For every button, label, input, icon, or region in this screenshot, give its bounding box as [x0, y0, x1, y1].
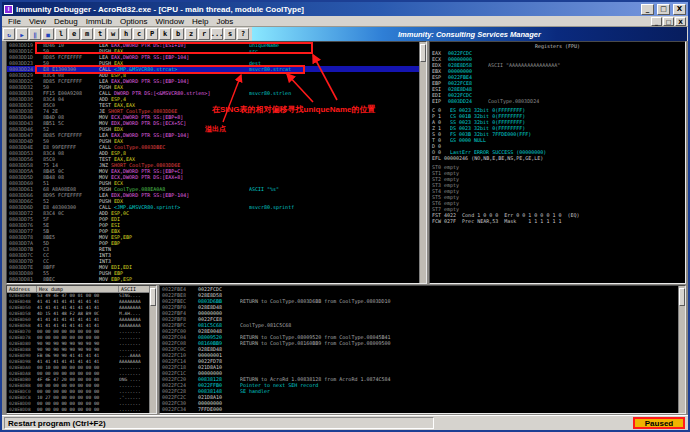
immunity-banner: Immunity: Consulting Services Manager: [252, 27, 687, 41]
close-button[interactable]: X: [673, 4, 686, 15]
toolbar-button-r[interactable]: r: [198, 28, 210, 40]
toolbar-button-P[interactable]: P: [146, 28, 158, 40]
disasm-comment: [249, 282, 426, 284]
toolbar-icon-group: ↻▶‖■: [3, 28, 54, 40]
menu-item-immlib[interactable]: ImmLib: [82, 17, 116, 26]
menu-item-jobs[interactable]: Jobs: [212, 17, 237, 26]
disasm-address: 0803DD83: [7, 282, 43, 284]
toolbar-button-c[interactable]: c: [133, 28, 145, 40]
cpu-window: 0803DD198D46 10LEA EAX,DWORD PTR DS:[ESI…: [2, 41, 688, 415]
status-message: Restart program (Ctrl+F2): [4, 417, 434, 429]
disasm-instruction: SUB ESP,104: [99, 282, 249, 284]
toolbar-button-m[interactable]: m: [81, 28, 93, 40]
stack-pane: 0022FBE40022FCDC0022FBE8028E8D580022FBEC…: [159, 285, 686, 414]
toolbar-button-w[interactable]: w: [107, 28, 119, 40]
register-rows: EAX0022FCDCECX00000000EDX028E8D58ASCII "…: [430, 50, 685, 224]
menu-item-options[interactable]: Options: [116, 17, 152, 26]
menu-item-file[interactable]: File: [4, 17, 25, 26]
toolbar-icon-button-0[interactable]: ↻: [3, 28, 15, 40]
toolbar-icon-button-3[interactable]: ■: [42, 28, 54, 40]
toolbar-letter-group: lemtwhcPkbzr...s?: [55, 28, 249, 40]
stack-address: 0022FC34: [160, 406, 198, 412]
toolbar-button-l[interactable]: l: [55, 28, 67, 40]
dump-address: 028E8DD8: [7, 407, 37, 413]
register-value: 0803DD24: [448, 98, 488, 104]
memory-dump-pane: AddressHex dumpASCII 028E8D4053 49 4E 47…: [6, 285, 157, 414]
menu-item-window[interactable]: Window: [151, 17, 187, 26]
paused-indicator: Paused: [633, 417, 685, 429]
menu-item-help[interactable]: Help: [188, 17, 212, 26]
toolbar-button-s[interactable]: s: [224, 28, 236, 40]
dump-hex: 00 00 00 00 00 00 00 00: [37, 407, 119, 413]
stack-comment: [240, 406, 685, 412]
registers-title: Registers (FPU): [430, 42, 685, 50]
status-bar: Restart program (Ctrl+F2) Paused: [2, 415, 688, 430]
window-title: Immunity Debugger - AcroRd32.exe - [CPU …: [16, 5, 638, 14]
register-extra: CoolType.0803DD24: [488, 98, 685, 104]
dump-header-hex-dump: Hex dump: [37, 286, 119, 292]
maximize-button[interactable]: □: [657, 4, 670, 15]
disassembly-rows: 0803DD198D46 10LEA EAX,DWORD PTR DS:[ESI…: [7, 42, 426, 284]
operands: ESP,104: [111, 282, 132, 284]
child-close-button[interactable]: X: [675, 17, 686, 26]
disasm-bytes: 81EC 04010000: [43, 282, 99, 284]
disassembly-pane: 0803DD198D46 10LEA EAX,DWORD PTR DS:[ESI…: [6, 41, 427, 284]
dump-header-address: Address: [7, 286, 37, 292]
toolbar-button-t[interactable]: t: [94, 28, 106, 40]
register-row[interactable]: EIP0803DD24CoolType.0803DD24: [430, 98, 685, 104]
child-restore-button[interactable]: □: [663, 17, 674, 26]
toolbar-icon-button-1[interactable]: ▶: [16, 28, 28, 40]
toolbar-button-e[interactable]: e: [68, 28, 80, 40]
child-minimize-button[interactable]: _: [651, 17, 662, 26]
disasm-row[interactable]: 0803DD8381EC 04010000SUB ESP,104: [7, 282, 426, 284]
disassembly-scrollbar[interactable]: [419, 42, 426, 283]
menu-item-debug[interactable]: Debug: [50, 17, 82, 26]
immunity-debugger-window: I Immunity Debugger - AcroRd32.exe - [CP…: [0, 0, 690, 432]
toolbar: ↻▶‖■ lemtwhcPkbzr...s? Immunity: Consult…: [2, 27, 688, 41]
dump-column-headers: AddressHex dumpASCII: [7, 286, 156, 293]
mnemonic: SUB: [99, 282, 111, 284]
fcw-line: FCW 027F Prec NEAR,53 Mask 1 1 1 1 1 1: [430, 218, 685, 224]
stack-rows: 0022FBE40022FCDC0022FBE8028E8D580022FBEC…: [160, 286, 685, 412]
title-bar: I Immunity Debugger - AcroRd32.exe - [CP…: [2, 2, 688, 16]
toolbar-icon-button-2[interactable]: ‖: [29, 28, 41, 40]
menu-bar: FileViewDebugImmLibOptionsWindowHelpJobs…: [2, 16, 688, 27]
stack-row[interactable]: 0022FC347FFDE000: [160, 406, 685, 412]
stack-scrollbar[interactable]: [678, 286, 685, 413]
dump-rows: 028E8D4053 49 4E 47 00 01 00 00SING....0…: [7, 293, 156, 413]
menu-items: FileViewDebugImmLibOptionsWindowHelpJobs: [4, 17, 237, 26]
app-icon: I: [4, 5, 13, 14]
toolbar-button-xxx[interactable]: ...: [211, 28, 223, 40]
toolbar-button-z[interactable]: z: [185, 28, 197, 40]
minimize-button[interactable]: _: [641, 4, 654, 15]
dump-row[interactable]: 028E8DD800 00 00 00 00 00 00 00........: [7, 407, 156, 413]
toolbar-button-b[interactable]: b: [172, 28, 184, 40]
stack-value: 7FFDE000: [198, 406, 240, 412]
menu-item-view[interactable]: View: [25, 17, 50, 26]
dump-scrollbar[interactable]: [149, 286, 156, 413]
toolbar-button-x[interactable]: ?: [237, 28, 249, 40]
toolbar-button-h[interactable]: h: [120, 28, 132, 40]
toolbar-button-k[interactable]: k: [159, 28, 171, 40]
register-name: EIP: [430, 98, 448, 104]
registers-pane: Registers (FPU) EAX0022FCDCECX00000000ED…: [429, 41, 686, 284]
